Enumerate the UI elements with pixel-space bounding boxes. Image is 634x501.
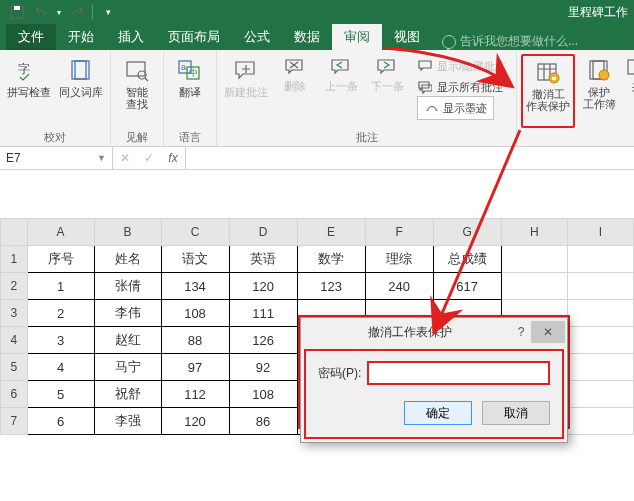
show-hide-comment[interactable]: 显示/隐藏批注 — [414, 56, 509, 76]
cell[interactable] — [568, 300, 634, 327]
cell[interactable]: 3 — [27, 327, 94, 354]
tell-me[interactable]: 告诉我您想要做什么... — [442, 33, 578, 50]
tab-layout[interactable]: 页面布局 — [156, 24, 232, 50]
cell[interactable]: 112 — [161, 381, 229, 408]
cell[interactable]: 88 — [161, 327, 229, 354]
password-input[interactable] — [367, 361, 550, 385]
cell[interactable]: 5 — [27, 381, 94, 408]
cell[interactable]: 111 — [229, 300, 297, 327]
col-header[interactable]: F — [365, 219, 433, 246]
protect-workbook-button[interactable]: 保护 工作簿 — [577, 54, 621, 128]
tab-review[interactable]: 审阅 — [332, 24, 382, 50]
ok-button[interactable]: 确定 — [404, 401, 472, 425]
cell[interactable] — [568, 246, 634, 273]
cell[interactable]: 97 — [161, 354, 229, 381]
cell[interactable]: 240 — [365, 273, 433, 300]
col-header[interactable]: G — [433, 219, 501, 246]
col-header[interactable]: C — [161, 219, 229, 246]
cell[interactable]: 123 — [297, 273, 365, 300]
spellcheck-button[interactable]: 字 拼写检查 — [4, 54, 54, 128]
thesaurus-button[interactable]: 同义词库 — [56, 54, 106, 128]
cell[interactable]: 92 — [229, 354, 297, 381]
cell[interactable]: 赵红 — [94, 327, 161, 354]
tab-data[interactable]: 数据 — [282, 24, 332, 50]
cell[interactable] — [501, 246, 568, 273]
cell[interactable]: 李强 — [94, 408, 161, 435]
col-header[interactable]: B — [94, 219, 161, 246]
undo-icon[interactable] — [30, 1, 52, 23]
tab-home[interactable]: 开始 — [56, 24, 106, 50]
group-comments-label: 批注 — [356, 128, 378, 146]
formula-input[interactable] — [186, 147, 634, 169]
show-ink[interactable]: 显示墨迹 — [414, 98, 509, 118]
share-workbook-button[interactable]: 共 — [623, 54, 634, 128]
col-header[interactable]: I — [568, 219, 634, 246]
cell[interactable]: 语文 — [161, 246, 229, 273]
tab-formulas[interactable]: 公式 — [232, 24, 282, 50]
cell[interactable] — [568, 273, 634, 300]
row-header[interactable]: 2 — [1, 273, 28, 300]
cell[interactable] — [568, 354, 634, 381]
row-header[interactable]: 7 — [1, 408, 28, 435]
prev-comment-button[interactable]: 上一条 — [319, 54, 363, 128]
unprotect-sheet-button[interactable]: 撤消工 作表保护 — [521, 54, 575, 128]
col-header[interactable]: A — [27, 219, 94, 246]
col-header[interactable]: D — [229, 219, 297, 246]
cell[interactable]: 108 — [161, 300, 229, 327]
cell[interactable]: 120 — [229, 273, 297, 300]
tab-view[interactable]: 视图 — [382, 24, 432, 50]
show-all-comments[interactable]: 显示所有批注 — [414, 77, 509, 97]
cell[interactable]: 120 — [161, 408, 229, 435]
redo-icon[interactable] — [66, 1, 88, 23]
smart-lookup-button[interactable]: 智能 查找 — [115, 54, 159, 128]
cell[interactable]: 1 — [27, 273, 94, 300]
cell[interactable]: 2 — [27, 300, 94, 327]
cell[interactable]: 李伟 — [94, 300, 161, 327]
cell[interactable]: 126 — [229, 327, 297, 354]
cell[interactable]: 祝舒 — [94, 381, 161, 408]
new-comment-button[interactable]: 新建批注 — [221, 54, 271, 128]
dialog-close-icon[interactable]: ✕ — [531, 321, 565, 343]
tab-insert[interactable]: 插入 — [106, 24, 156, 50]
row-header[interactable]: 4 — [1, 327, 28, 354]
cell[interactable]: 理综 — [365, 246, 433, 273]
cell[interactable] — [568, 408, 634, 435]
cell[interactable]: 86 — [229, 408, 297, 435]
customize-qat-icon[interactable]: ▾ — [97, 1, 119, 23]
dialog-help-icon[interactable]: ? — [511, 325, 531, 339]
select-all-corner[interactable] — [1, 219, 28, 246]
cell[interactable] — [501, 273, 568, 300]
cell[interactable] — [568, 327, 634, 354]
cell[interactable]: 张倩 — [94, 273, 161, 300]
cell[interactable]: 总成绩 — [433, 246, 501, 273]
cell[interactable]: 6 — [27, 408, 94, 435]
cell[interactable]: 序号 — [27, 246, 94, 273]
undo-dropdown-icon[interactable]: ▾ — [54, 1, 64, 23]
cell[interactable]: 姓名 — [94, 246, 161, 273]
translate-button[interactable]: a中 翻译 — [168, 54, 212, 128]
cell[interactable]: 4 — [27, 354, 94, 381]
cell[interactable] — [568, 381, 634, 408]
cell[interactable]: 134 — [161, 273, 229, 300]
col-header[interactable]: E — [297, 219, 365, 246]
group-proofing: 字 拼写检查 同义词库 校对 — [0, 50, 111, 146]
row-header[interactable]: 1 — [1, 246, 28, 273]
cancel-button[interactable]: 取消 — [482, 401, 550, 425]
row-header[interactable]: 5 — [1, 354, 28, 381]
next-comment-button[interactable]: 下一条 — [365, 54, 409, 128]
cell[interactable]: 马宁 — [94, 354, 161, 381]
name-box[interactable]: E7 ▼ — [0, 147, 113, 169]
cell[interactable]: 617 — [433, 273, 501, 300]
cell[interactable]: 108 — [229, 381, 297, 408]
share-icon — [626, 56, 634, 78]
tab-file[interactable]: 文件 — [6, 24, 56, 50]
delete-comment-button[interactable]: 删除 — [273, 54, 317, 128]
cell[interactable]: 数学 — [297, 246, 365, 273]
fx-icon[interactable]: fx — [161, 151, 185, 165]
row-header[interactable]: 3 — [1, 300, 28, 327]
col-header[interactable]: H — [501, 219, 568, 246]
row-header[interactable]: 6 — [1, 381, 28, 408]
name-box-dropdown-icon[interactable]: ▼ — [97, 153, 106, 163]
cell[interactable]: 英语 — [229, 246, 297, 273]
save-icon[interactable] — [6, 1, 28, 23]
